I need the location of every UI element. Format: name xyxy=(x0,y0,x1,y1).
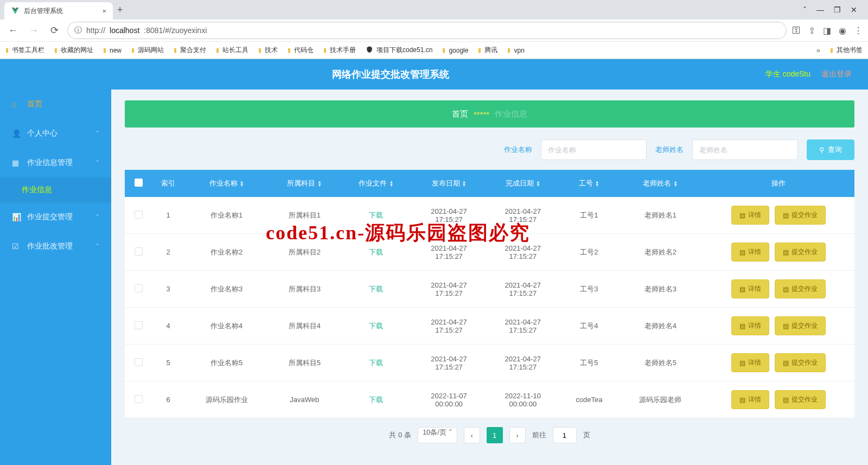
th-5[interactable]: 发布日期▲▼ xyxy=(412,170,486,197)
forward-icon[interactable]: → xyxy=(26,25,41,36)
reload-icon[interactable]: ⟳ xyxy=(47,24,62,36)
submit-button[interactable]: ▤提交作业 xyxy=(775,243,826,262)
download-link[interactable]: 下载 xyxy=(369,322,383,330)
search-input-teacher[interactable] xyxy=(692,139,798,160)
sidebar-item-个人中心[interactable]: 👤个人中心˅ xyxy=(0,119,111,148)
bookmark-item[interactable]: ▮技术 xyxy=(258,46,278,55)
bookmark-item[interactable]: ▮new xyxy=(103,47,122,54)
row-checkbox[interactable] xyxy=(135,284,143,292)
detail-button[interactable]: ▤详情 xyxy=(731,353,769,372)
folder-icon xyxy=(366,46,373,55)
sort-icon[interactable]: ▲▼ xyxy=(462,181,467,187)
minimize-icon[interactable]: — xyxy=(816,5,824,14)
bookmark-item[interactable]: ▮源码网站 xyxy=(131,46,164,55)
cell-due: 2021-04-2717:15:27 xyxy=(486,234,560,271)
breadcrumb: 首页 ***** 作业信息 xyxy=(125,100,854,128)
cell-tno: 工号1 xyxy=(560,197,618,234)
bookmark-item[interactable]: ▮书签工具栏 xyxy=(5,46,44,55)
row-checkbox[interactable] xyxy=(135,211,143,219)
th-3[interactable]: 所属科目▲▼ xyxy=(269,170,340,197)
page-size-select[interactable]: 10条/页 ˅ xyxy=(418,427,457,443)
submit-button[interactable]: ▤提交作业 xyxy=(775,279,826,298)
bookmark-item[interactable]: ▮技术手册 xyxy=(323,46,356,55)
bookmark-item[interactable]: ▮站长工具 xyxy=(216,46,248,55)
th-2[interactable]: 作业名称▲▼ xyxy=(184,170,269,197)
bookmark-label: 书签工具栏 xyxy=(12,46,44,55)
submit-button[interactable]: ▤提交作业 xyxy=(775,316,826,335)
extensions-icon[interactable]: ◨ xyxy=(823,26,831,36)
window-controls: ˅ — ❐ ✕ xyxy=(803,5,864,14)
sidebar-item-首页[interactable]: ⌂首页 xyxy=(0,90,111,119)
new-tab-button[interactable]: + xyxy=(117,4,123,16)
maximize-icon[interactable]: ❐ xyxy=(834,5,841,14)
sort-icon[interactable]: ▲▼ xyxy=(595,181,599,187)
download-link[interactable]: 下载 xyxy=(369,285,383,293)
page-next-button[interactable]: › xyxy=(509,427,526,443)
cell-tno: 工号4 xyxy=(560,308,618,345)
checkbox-all[interactable] xyxy=(135,179,143,187)
browser-tab[interactable]: 后台管理系统 × xyxy=(4,2,113,20)
detail-button[interactable]: ▤详情 xyxy=(731,243,769,262)
bookmark-item[interactable]: ▮聚合支付 xyxy=(174,46,206,55)
url-input[interactable]: ⓘ http://localhost:8081/#/zuoyexinxi xyxy=(67,22,787,39)
other-bookmarks[interactable]: ▮其他书签 xyxy=(830,46,863,55)
sort-icon[interactable]: ▲▼ xyxy=(240,181,244,187)
goto-input[interactable] xyxy=(553,427,577,443)
th-1[interactable]: 索引 xyxy=(152,170,184,197)
detail-button[interactable]: ▤详情 xyxy=(731,279,769,298)
search-input-name[interactable] xyxy=(541,139,647,160)
sidebar-item-作业信息[interactable]: 作业信息 xyxy=(0,177,111,202)
download-link[interactable]: 下载 xyxy=(369,359,383,367)
th-4[interactable]: 作业文件▲▼ xyxy=(340,170,412,197)
logout-button[interactable]: 退出登录 xyxy=(821,69,852,79)
row-checkbox[interactable] xyxy=(135,321,143,329)
download-link[interactable]: 下载 xyxy=(369,396,383,404)
row-checkbox[interactable] xyxy=(135,247,143,256)
sort-icon[interactable]: ▲▼ xyxy=(317,181,322,187)
sort-icon[interactable]: ▲▼ xyxy=(673,181,678,187)
bookmark-item[interactable]: 项目下载code51.cn xyxy=(366,46,432,55)
bookmark-label: 项目下载code51.cn xyxy=(376,46,432,55)
row-checkbox[interactable] xyxy=(135,395,143,403)
row-checkbox[interactable] xyxy=(135,358,143,366)
sort-icon[interactable]: ▲▼ xyxy=(536,181,540,187)
share-icon[interactable]: ⇪ xyxy=(808,26,815,36)
page-prev-button[interactable]: ‹ xyxy=(464,427,480,443)
menu-icon[interactable]: ⋮ xyxy=(854,26,863,36)
window-dropdown-icon[interactable]: ˅ xyxy=(803,5,807,14)
detail-button[interactable]: ▤详情 xyxy=(731,390,769,409)
sort-icon[interactable]: ▲▼ xyxy=(389,181,393,187)
bookmark-item[interactable]: ▮收藏的网址 xyxy=(54,46,93,55)
cell-subject: 所属科目3 xyxy=(269,271,340,308)
th-8[interactable]: 老师姓名▲▼ xyxy=(618,170,703,197)
breadcrumb-home[interactable]: 首页 xyxy=(452,109,468,119)
key-icon[interactable]: ⚿ xyxy=(792,26,801,35)
bookmark-item[interactable]: ▮vpn xyxy=(507,47,524,54)
profile-icon[interactable]: ◉ xyxy=(839,26,846,36)
sidebar-item-作业提交管理[interactable]: 📊作业提交管理˅ xyxy=(0,202,111,232)
bookmark-overflow-icon[interactable]: » xyxy=(816,46,820,54)
search-button[interactable]: ⚲ 查询 xyxy=(807,139,854,160)
bookmark-item[interactable]: ▮google xyxy=(442,47,468,54)
submit-button[interactable]: ▤提交作业 xyxy=(775,206,826,225)
close-icon[interactable]: × xyxy=(102,7,106,15)
page-number[interactable]: 1 xyxy=(487,427,503,443)
sidebar-item-作业批改管理[interactable]: ☑作业批改管理˅ xyxy=(0,232,111,261)
submit-button[interactable]: ▤提交作业 xyxy=(775,390,826,409)
th-9[interactable]: 操作 xyxy=(703,170,854,197)
cell-due: 2021-04-2717:15:27 xyxy=(486,197,560,234)
bookmark-item[interactable]: ▮腾讯 xyxy=(478,46,497,55)
detail-button[interactable]: ▤详情 xyxy=(731,316,769,335)
addr-actions: ⚿ ⇪ ◨ ◉ ⋮ xyxy=(792,26,863,36)
th-0[interactable] xyxy=(125,170,152,197)
th-7[interactable]: 工号▲▼ xyxy=(560,170,618,197)
detail-button[interactable]: ▤详情 xyxy=(731,206,769,225)
download-link[interactable]: 下载 xyxy=(369,211,383,219)
back-icon[interactable]: ← xyxy=(5,25,21,36)
bookmark-item[interactable]: ▮代码仓 xyxy=(288,46,314,55)
submit-button[interactable]: ▤提交作业 xyxy=(775,353,826,372)
th-6[interactable]: 完成日期▲▼ xyxy=(486,170,560,197)
sidebar-item-作业信息管理[interactable]: ▦作业信息管理˄ xyxy=(0,148,111,177)
close-window-icon[interactable]: ✕ xyxy=(851,5,857,14)
download-link[interactable]: 下载 xyxy=(369,248,383,256)
